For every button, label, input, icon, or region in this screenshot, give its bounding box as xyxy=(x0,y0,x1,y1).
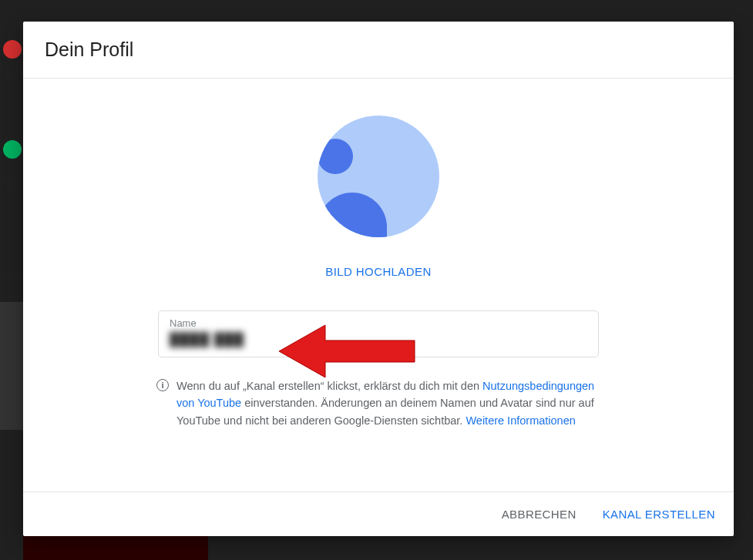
bg-text-5: nie xyxy=(736,510,753,525)
bg-thumb-2 xyxy=(23,536,208,560)
name-field-label: Name xyxy=(170,317,587,329)
bg-text-3: esa xyxy=(0,265,22,280)
modal-body: BILD HOCHLADEN Name i Wenn du auf „Kanal… xyxy=(23,79,734,491)
name-input[interactable] xyxy=(170,332,587,347)
terms-notice: i Wenn du auf „Kanal erstellen“ klickst,… xyxy=(156,377,600,429)
modal-footer: ABBRECHEN KANAL ERSTELLEN xyxy=(23,491,734,536)
avatar-placeholder-icon xyxy=(318,116,439,237)
bg-thumb-1 xyxy=(0,302,23,430)
create-channel-button[interactable]: KANAL ERSTELLEN xyxy=(603,508,715,521)
modal-title: Dein Profil xyxy=(23,22,734,79)
bg-text-4: lha xyxy=(736,377,753,393)
info-icon: i xyxy=(156,379,169,391)
bg-icon-2 xyxy=(3,140,22,159)
notice-text-1: Wenn du auf „Kanal erstellen“ klickst, e… xyxy=(176,380,482,392)
bg-text-2: hri xyxy=(0,175,15,190)
profile-modal: Dein Profil BILD HOCHLADEN Name i Wenn d… xyxy=(23,22,734,536)
cancel-button[interactable]: ABBRECHEN xyxy=(502,508,577,521)
name-field[interactable]: Name xyxy=(158,310,599,357)
bg-icon-1 xyxy=(3,40,22,59)
more-info-link[interactable]: Weitere Informationen xyxy=(466,414,575,427)
avatar xyxy=(318,116,439,237)
upload-image-button[interactable]: BILD HOCHLADEN xyxy=(325,265,431,278)
